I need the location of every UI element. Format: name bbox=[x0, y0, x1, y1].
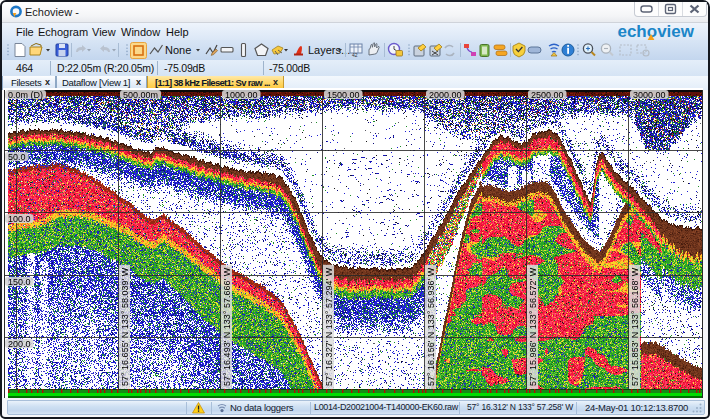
svg-text:None: None bbox=[165, 44, 191, 56]
svg-text:Layers...: Layers... bbox=[308, 44, 350, 56]
svg-text:42: 42 bbox=[352, 52, 358, 58]
